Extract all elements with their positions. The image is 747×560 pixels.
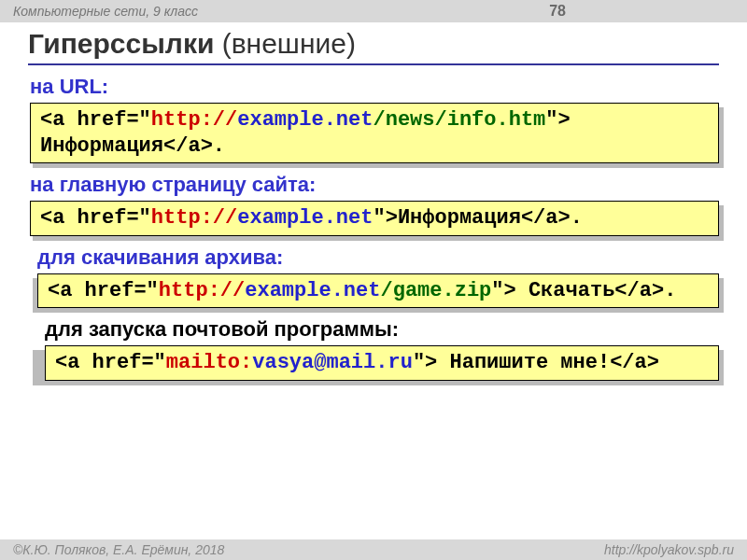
- code-homepage: <a href="http://example.net">Информация<…: [30, 201, 719, 236]
- code-path: /game.zip: [380, 279, 491, 302]
- slide-content: Гиперссылки (внешние) на URL: <a href="h…: [0, 22, 747, 381]
- code-text: "> Скачать</a>.: [491, 279, 676, 302]
- section-label-mailto: для запуска почтовой программы:: [28, 317, 719, 342]
- section-label-url: на URL:: [28, 75, 719, 99]
- code-scheme: http://: [159, 279, 245, 302]
- code-host: vasya@mail.ru: [252, 351, 413, 374]
- slide-header: Компьютерные сети, 9 класс 78: [0, 0, 747, 22]
- codebox-homepage: <a href="http://example.net">Информация<…: [28, 201, 719, 236]
- title-rest: (внешние): [214, 28, 356, 59]
- code-scheme: http://: [151, 206, 237, 230]
- code-text: <a href=": [55, 351, 166, 374]
- codebox-mailto: <a href="mailto:vasya@mail.ru"> Напишите…: [28, 345, 719, 381]
- slide-footer: ©К.Ю. Поляков, Е.А. Ерёмин, 2018 http://…: [0, 539, 747, 560]
- page-number: 78: [549, 0, 734, 22]
- codebox-download: <a href="http://example.net/game.zip"> С…: [28, 273, 719, 309]
- section-label-homepage: на главную страницу сайта:: [28, 173, 719, 197]
- code-url: <a href="http://example.net/news/info.ht…: [30, 103, 719, 163]
- code-scheme: http://: [151, 108, 237, 132]
- course-title: Компьютерные сети, 9 класс: [13, 0, 198, 22]
- code-download: <a href="http://example.net/game.zip"> С…: [37, 273, 719, 309]
- code-text: <a href=": [48, 279, 159, 302]
- code-text: <a href=": [40, 206, 151, 230]
- title-bold: Гиперссылки: [28, 28, 214, 59]
- code-text: <a href=": [40, 108, 151, 132]
- section-label-download: для скачивания архива:: [28, 245, 719, 270]
- code-text: ">Информация</a>.: [373, 206, 582, 230]
- footer-copyright: ©К.Ю. Поляков, Е.А. Ерёмин, 2018: [13, 539, 224, 560]
- code-host: example.net: [245, 279, 380, 302]
- code-mailto: <a href="mailto:vasya@mail.ru"> Напишите…: [45, 345, 719, 381]
- code-scheme: mailto:: [166, 351, 252, 374]
- code-host: example.net: [237, 206, 373, 230]
- code-host: example.net: [237, 108, 373, 132]
- code-path: /news/info.htm: [373, 108, 545, 132]
- code-text: "> Напишите мне!</a>: [413, 351, 659, 374]
- codebox-url: <a href="http://example.net/news/info.ht…: [28, 103, 719, 163]
- slide: Компьютерные сети, 9 класс 78 Гиперссылк…: [0, 0, 747, 560]
- footer-url: http://kpolyakov.spb.ru: [604, 539, 734, 560]
- slide-title: Гиперссылки (внешние): [28, 28, 719, 65]
